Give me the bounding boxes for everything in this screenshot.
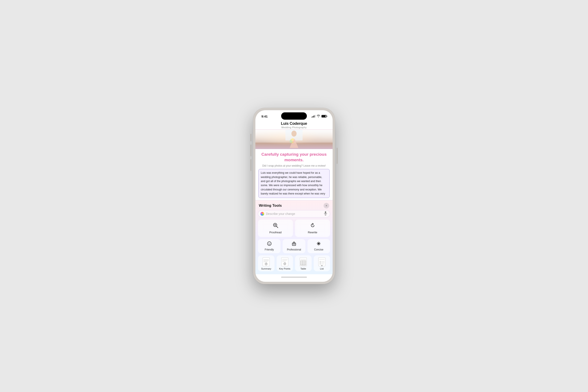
- wifi-icon: [317, 115, 320, 118]
- review-text-input[interactable]: Luis was everything we could have hoped …: [258, 169, 330, 198]
- tagline: Carefully capturing your precious moment…: [256, 149, 332, 164]
- svg-line-13: [313, 225, 313, 226]
- svg-rect-47: [318, 258, 325, 266]
- status-time: 9:41: [262, 114, 268, 118]
- describe-placeholder: Describe your change: [266, 212, 321, 216]
- dynamic-island: [281, 112, 307, 120]
- writing-tools-panel: Writing Tools × Describe your change: [256, 200, 332, 274]
- professional-icon: [292, 241, 296, 247]
- table-label: Table: [300, 268, 306, 270]
- professional-label: Professional: [287, 248, 301, 251]
- writing-tools-close-button[interactable]: ×: [324, 203, 329, 208]
- svg-point-16: [270, 243, 270, 243]
- rewrite-button[interactable]: Rewrite: [295, 220, 330, 237]
- table-icon: [299, 257, 307, 266]
- svg-point-14: [268, 242, 271, 246]
- hero-image: [256, 130, 332, 149]
- content-area: Luis Coderque Wedding Photography: [256, 120, 332, 282]
- rewrite-label: Rewrite: [308, 231, 317, 234]
- svg-point-53: [320, 264, 320, 264]
- volume-up-button[interactable]: [250, 144, 251, 156]
- svg-rect-6: [325, 211, 326, 214]
- describe-change-input[interactable]: Describe your change: [258, 210, 330, 218]
- svg-line-10: [276, 226, 278, 228]
- key-points-button[interactable]: Key Points: [277, 256, 293, 271]
- review-text: Luis was everything we could have hoped …: [261, 171, 325, 195]
- review-text-content[interactable]: Luis was everything we could have hoped …: [258, 169, 330, 198]
- ai-icon: [260, 212, 264, 216]
- proofread-icon: [273, 222, 278, 230]
- home-bar[interactable]: [281, 277, 307, 278]
- list-label: List: [320, 268, 324, 270]
- concise-label: Concise: [314, 248, 324, 251]
- writing-tools-title: Writing Tools: [259, 204, 282, 208]
- key-points-label: Key Points: [279, 268, 290, 270]
- status-icons: [312, 115, 326, 118]
- site-title: Luis Coderque: [260, 121, 328, 126]
- svg-point-15: [268, 243, 269, 243]
- site-header: Luis Coderque Wedding Photography: [256, 120, 332, 130]
- summary-button[interactable]: Summary: [258, 256, 274, 271]
- list-icon: [318, 257, 326, 266]
- website-content: Luis Coderque Wedding Photography: [256, 120, 332, 200]
- table-button[interactable]: Table: [295, 256, 312, 271]
- site-subtitle: Wedding Photography: [260, 126, 328, 129]
- svg-point-1: [292, 130, 296, 136]
- concise-button[interactable]: Concise: [308, 239, 330, 253]
- signal-icon: [312, 115, 316, 118]
- summary-label: Summary: [261, 268, 271, 270]
- battery-icon: [322, 115, 326, 118]
- proofread-label: Proofread: [269, 231, 282, 234]
- power-button[interactable]: [337, 148, 338, 164]
- phone-frame: 9:41: [253, 108, 335, 284]
- writing-tools-header: Writing Tools ×: [256, 200, 332, 210]
- review-prompt: Did I snap photos at your wedding? Leave…: [256, 164, 332, 169]
- friendly-button[interactable]: Friendly: [258, 239, 280, 253]
- mic-icon[interactable]: [324, 211, 327, 216]
- professional-button[interactable]: Professional: [283, 239, 305, 253]
- proofread-button[interactable]: Proofread: [258, 220, 293, 237]
- status-bar: 9:41: [256, 110, 332, 120]
- tone-tool-buttons: Friendly Professional: [256, 239, 332, 256]
- svg-point-5: [291, 138, 294, 141]
- list-button[interactable]: List: [314, 256, 330, 271]
- svg-point-49: [320, 261, 320, 262]
- friendly-icon: [267, 241, 272, 247]
- phone-screen: 9:41: [256, 110, 332, 282]
- volume-down-button[interactable]: [250, 159, 251, 171]
- doc-tool-buttons: Summary Key Points: [256, 256, 332, 274]
- summary-icon: [262, 257, 270, 266]
- rewrite-icon: [310, 222, 316, 230]
- concise-icon: [316, 241, 321, 247]
- home-indicator: [256, 274, 332, 280]
- svg-point-51: [320, 262, 320, 263]
- svg-rect-19: [294, 244, 294, 244]
- primary-tool-buttons: Proofread Rewrite: [256, 220, 332, 239]
- key-points-icon: [281, 257, 289, 266]
- describe-input-row: Describe your change: [256, 210, 332, 220]
- friendly-label: Friendly: [264, 248, 274, 251]
